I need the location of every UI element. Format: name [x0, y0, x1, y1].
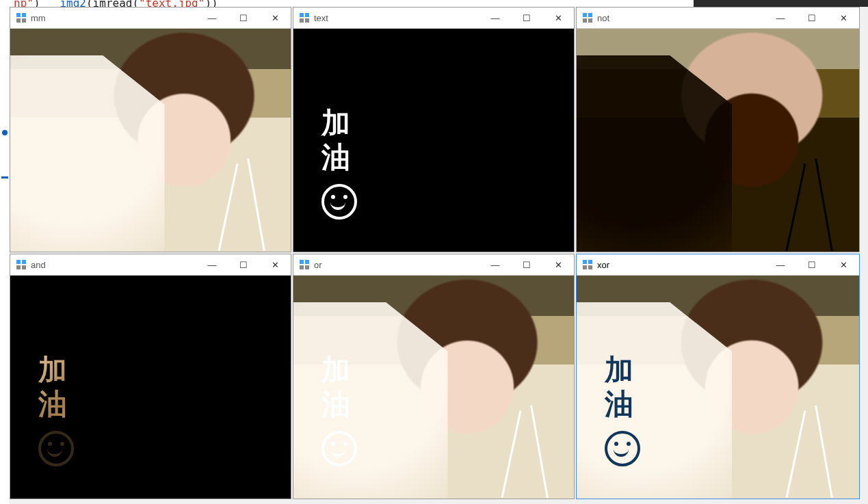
opencv-app-icon	[16, 12, 27, 23]
editor-gutter	[0, 7, 10, 504]
svg-rect-23	[588, 265, 592, 269]
image-canvas: 加 油	[577, 276, 859, 499]
window-mm[interactable]: mm — ☐ ✕	[10, 7, 291, 252]
svg-rect-12	[16, 260, 21, 264]
overlay-line-2: 油	[321, 143, 357, 172]
titlebar[interactable]: xor — ☐ ✕	[577, 254, 859, 276]
svg-rect-15	[22, 265, 26, 269]
svg-rect-5	[305, 13, 309, 17]
smiley-icon	[38, 431, 74, 466]
maximize-button[interactable]: ☐	[796, 254, 828, 275]
svg-rect-9	[588, 13, 592, 17]
image-canvas	[577, 29, 859, 252]
overlay-line-1: 加	[605, 356, 640, 384]
gutter-marker	[1, 176, 8, 178]
close-icon: ✕	[272, 260, 279, 270]
minimize-button[interactable]: —	[479, 8, 511, 28]
titlebar[interactable]: mm — ☐ ✕	[10, 8, 291, 29]
svg-rect-4	[300, 13, 304, 17]
overlay-text: 加 油	[321, 356, 357, 466]
overlay-line-1: 加	[38, 356, 74, 384]
overlay-line-1: 加	[321, 356, 357, 384]
maximize-icon: ☐	[808, 13, 816, 23]
svg-rect-11	[588, 18, 592, 23]
opencv-app-icon	[299, 12, 310, 23]
opencv-app-icon	[582, 259, 593, 270]
opencv-app-icon	[299, 259, 310, 270]
overlay-line-2: 油	[321, 390, 357, 419]
maximize-button[interactable]: ☐	[796, 8, 828, 28]
image-canvas: 加 油	[293, 276, 574, 499]
svg-rect-21	[588, 260, 592, 264]
close-icon: ✕	[840, 260, 847, 270]
svg-rect-10	[583, 18, 587, 23]
maximize-icon: ☐	[239, 260, 248, 270]
overlay-text: 加 油	[605, 356, 640, 466]
titlebar[interactable]: or — ☐ ✕	[293, 254, 574, 276]
image-canvas: 加 油	[10, 276, 291, 499]
svg-rect-16	[300, 260, 304, 264]
window-text[interactable]: text — ☐ ✕ 加 油	[293, 7, 575, 252]
minimize-button[interactable]: —	[479, 254, 511, 275]
svg-rect-18	[300, 265, 304, 269]
titlebar[interactable]: not — ☐ ✕	[577, 8, 859, 29]
window-xor[interactable]: xor — ☐ ✕ 加 油	[576, 254, 860, 499]
minimize-icon: —	[491, 13, 500, 23]
minimize-icon: —	[208, 260, 217, 270]
smiley-icon	[321, 431, 357, 466]
image-canvas	[10, 29, 291, 252]
window-title: not	[597, 13, 609, 23]
maximize-icon: ☐	[523, 260, 531, 270]
titlebar[interactable]: text — ☐ ✕	[293, 8, 574, 29]
close-button[interactable]: ✕	[259, 254, 291, 275]
close-button[interactable]: ✕	[542, 254, 574, 275]
minimize-button[interactable]: —	[196, 8, 228, 28]
svg-rect-13	[22, 260, 26, 264]
window-and[interactable]: and — ☐ ✕ 加 油	[10, 254, 291, 499]
maximize-icon: ☐	[523, 13, 531, 23]
close-button[interactable]: ✕	[259, 8, 291, 28]
window-title: text	[314, 13, 328, 23]
smiley-icon	[605, 431, 640, 466]
window-title: or	[314, 260, 322, 270]
minimize-icon: —	[208, 13, 217, 23]
opencv-app-icon	[582, 12, 593, 23]
maximize-icon: ☐	[239, 13, 248, 23]
svg-rect-19	[305, 265, 309, 269]
maximize-button[interactable]: ☐	[228, 8, 259, 28]
overlay-text: 加 油	[38, 356, 74, 466]
close-icon: ✕	[555, 260, 562, 270]
close-button[interactable]: ✕	[828, 8, 859, 28]
svg-rect-6	[300, 18, 304, 23]
svg-rect-22	[583, 265, 587, 269]
close-icon: ✕	[555, 13, 562, 23]
titlebar[interactable]: and — ☐ ✕	[10, 254, 291, 276]
overlay-text: 加 油	[321, 109, 357, 220]
svg-rect-3	[22, 18, 26, 23]
svg-rect-2	[16, 18, 21, 23]
window-not[interactable]: not — ☐ ✕	[576, 7, 860, 252]
breakpoint-marker[interactable]	[2, 130, 8, 135]
svg-rect-7	[305, 18, 309, 23]
minimize-icon: —	[491, 260, 500, 270]
svg-rect-17	[305, 260, 309, 264]
svg-rect-8	[583, 13, 587, 17]
maximize-button[interactable]: ☐	[511, 254, 542, 275]
close-button[interactable]: ✕	[828, 254, 859, 275]
overlay-line-1: 加	[321, 109, 357, 137]
minimize-button[interactable]: —	[196, 254, 228, 275]
maximize-button[interactable]: ☐	[511, 8, 542, 28]
window-title: xor	[597, 260, 609, 270]
window-or[interactable]: or — ☐ ✕ 加 油	[293, 254, 575, 499]
smiley-icon	[321, 184, 357, 220]
overlay-line-2: 油	[38, 390, 74, 419]
minimize-button[interactable]: —	[765, 8, 796, 28]
close-button[interactable]: ✕	[542, 8, 574, 28]
minimize-button[interactable]: —	[765, 254, 796, 275]
photo-original	[10, 29, 291, 252]
overlay-line-2: 油	[605, 390, 640, 419]
maximize-button[interactable]: ☐	[228, 254, 259, 275]
svg-rect-1	[22, 13, 26, 17]
opencv-app-icon	[16, 259, 27, 270]
close-icon: ✕	[272, 13, 279, 23]
